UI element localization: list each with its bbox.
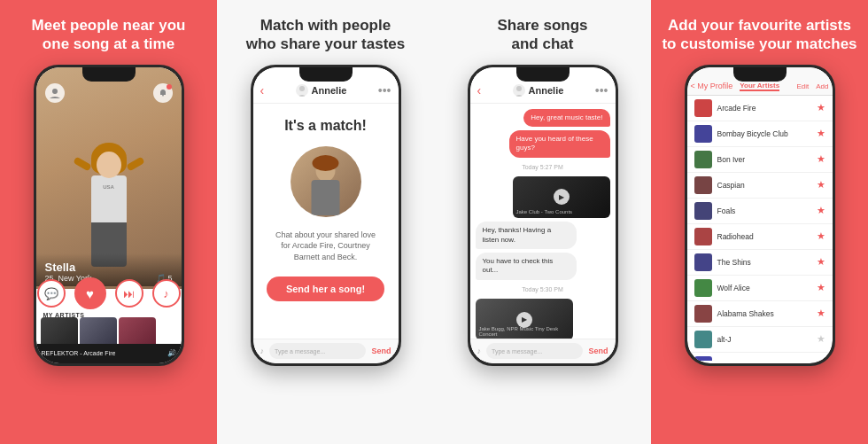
chat-header-name: Annelie <box>513 84 564 97</box>
phone-4: < My Profile Your Artists Edit Add Arcad… <box>685 65 835 366</box>
phone-4-screen: < My Profile Your Artists Edit Add Arcad… <box>687 67 833 363</box>
skip-button[interactable]: ⏭ <box>115 279 143 308</box>
user-avatar-small <box>296 84 308 97</box>
favorite-star[interactable]: ★ <box>817 179 825 191</box>
match-photo <box>291 146 361 217</box>
artist-name-label: Arcade Fire <box>717 104 811 113</box>
artist-list-item: Wolf Alice★ <box>687 276 833 301</box>
svg-point-0 <box>52 89 58 94</box>
message-placeholder: Type a message... <box>275 348 325 354</box>
message-item: You have to check this out... <box>476 253 577 280</box>
song-card-sent[interactable]: ▶ Jake Club - Two Counts <box>513 176 610 219</box>
chat-button[interactable]: 💬 <box>37 279 66 308</box>
favorite-star[interactable]: ★ <box>817 205 825 216</box>
back-button[interactable]: ‹ <box>260 83 265 97</box>
artist-thumbnail <box>694 279 712 297</box>
user-avatar-small-3 <box>513 84 525 97</box>
message-placeholder-3: Type a message... <box>492 348 542 354</box>
message-bar: ♪ Type a message... Send <box>253 339 399 363</box>
add-tab[interactable]: Add <box>816 82 828 90</box>
artist-thumbnail <box>694 228 712 245</box>
artist-list-item: Foals★ <box>687 199 833 224</box>
artist-list-item: Arcade Fire★ <box>687 96 833 121</box>
message-input[interactable]: Type a message... <box>269 343 366 359</box>
play-button-2[interactable]: ▶ <box>516 312 532 328</box>
artist-name-label: Alabama Shakes <box>717 309 811 318</box>
more-options[interactable]: ••• <box>378 83 391 97</box>
panel-1-title: Meet people near you one song at a time <box>32 16 186 54</box>
profile-tabs: < My Profile Your Artists Edit Add <box>687 67 833 96</box>
now-playing-text: REFLEKTOR - Arcade Fire <box>42 350 116 356</box>
artist-list-item: Caspian★ <box>687 173 833 199</box>
phone-3-screen: ‹ Annelie ••• Hey, great music taste! Ha… <box>470 67 616 363</box>
artist-name-label: Bon Iver <box>717 155 811 164</box>
panel-4-title-line2: to customise your matches <box>662 35 856 52</box>
chat-partner-name: Annelie <box>312 85 347 96</box>
my-profile-tab[interactable]: < My Profile <box>691 82 733 90</box>
artist-list-item: Bon Iver★ <box>687 147 833 173</box>
panel-meet-people: Meet people near you one song at a time <box>0 0 217 444</box>
favorite-star[interactable]: ★ <box>817 282 825 293</box>
artist-thumbnail <box>694 99 712 117</box>
avatar-icon[interactable] <box>45 83 65 103</box>
notification-icon[interactable] <box>153 83 173 103</box>
favorite-star[interactable]: ★ <box>817 102 825 113</box>
send-song-button[interactable]: Send her a song! <box>267 277 384 301</box>
favorite-star[interactable]: ★ <box>817 333 825 345</box>
svg-point-2 <box>299 86 305 91</box>
send-button-3[interactable]: Send <box>588 347 608 355</box>
panel-3-title-line1: Share songs <box>497 17 587 34</box>
artist-list-item: Radiohead★ <box>687 224 833 250</box>
your-artists-tab[interactable]: Your Artists <box>740 82 779 91</box>
phone-3: ‹ Annelie ••• Hey, great music taste! Ha… <box>468 65 618 366</box>
message-timestamp-2: Today 5:30 PM <box>476 286 610 292</box>
back-button-3[interactable]: ‹ <box>477 83 482 97</box>
song-label-2: Jake Bugg, NPR Music Tiny Desk Concert <box>479 326 573 337</box>
phone-1-screen: USA Stella 25, New York 🎵 5 💬 <box>36 67 182 363</box>
artist-name-label: Caspian <box>717 181 811 190</box>
message-bar-3: ♪ Type a message... Send <box>470 339 616 363</box>
edit-tab[interactable]: Edit <box>796 82 809 90</box>
phone-1: USA Stella 25, New York 🎵 5 💬 <box>34 65 184 366</box>
artist-list-item: Bombay Bicycle Club★ <box>687 121 833 147</box>
music-note-icon: ♪ <box>260 347 265 355</box>
profile-name: Stella <box>45 261 173 274</box>
phone-1-header <box>36 83 182 103</box>
send-button[interactable]: Send <box>371 347 391 355</box>
favorite-star[interactable]: ★ <box>817 308 825 319</box>
more-options-3[interactable]: ••• <box>595 83 608 97</box>
message-list: Hey, great music taste! Have you heard o… <box>470 104 616 347</box>
panel-1-title-line1: Meet people near you <box>32 17 186 34</box>
artist-name-label: alt-J <box>717 335 811 344</box>
panel-4-title: Add your favourite artists to customise … <box>662 16 856 54</box>
svg-point-3 <box>516 86 522 91</box>
phone-3-header: ‹ Annelie ••• <box>470 67 616 104</box>
panel-2-title: Match with people who share your tastes <box>246 16 406 54</box>
favorite-star[interactable]: ★ <box>817 230 825 242</box>
panel-4-title-line1: Add your favourite artists <box>668 17 851 34</box>
panel-3-title: Share songs and chat <box>497 16 587 54</box>
artist-name-label: Bombay Bicycle Club <box>717 129 811 138</box>
favorite-star[interactable]: ★ <box>817 359 825 361</box>
artist-name-label: Radiohead <box>717 232 811 241</box>
volume-icon: 🔊 <box>167 349 176 357</box>
artists-list: Arcade Fire★Bombay Bicycle Club★Bon Iver… <box>687 96 833 361</box>
favorite-star[interactable]: ★ <box>817 128 825 139</box>
panel-2-title-line1: Match with people <box>260 17 391 34</box>
message-input-3[interactable]: Type a message... <box>486 343 583 359</box>
music-button[interactable]: ♪ <box>152 279 181 308</box>
phone-2-screen: ‹ Annelie ••• It's a match! <box>253 67 399 363</box>
favorite-star[interactable]: ★ <box>817 153 825 165</box>
now-playing-bar: REFLEKTOR - Arcade Fire 🔊 <box>36 344 182 363</box>
favorite-star[interactable]: ★ <box>817 256 825 268</box>
play-button[interactable]: ▶ <box>554 189 570 205</box>
artist-thumbnail <box>694 331 712 348</box>
phone-2: ‹ Annelie ••• It's a match! <box>251 65 401 366</box>
artist-thumbnail <box>694 151 712 168</box>
like-button[interactable]: ♥ <box>74 277 106 309</box>
chat-partner-name-3: Annelie <box>529 85 564 96</box>
message-item: Hey, thanks! Having a listen now. <box>476 222 577 249</box>
artist-thumbnail <box>694 253 712 271</box>
song-card-recv[interactable]: ▶ Jake Bugg, NPR Music Tiny Desk Concert <box>476 299 573 341</box>
artist-thumbnail <box>694 125 712 143</box>
